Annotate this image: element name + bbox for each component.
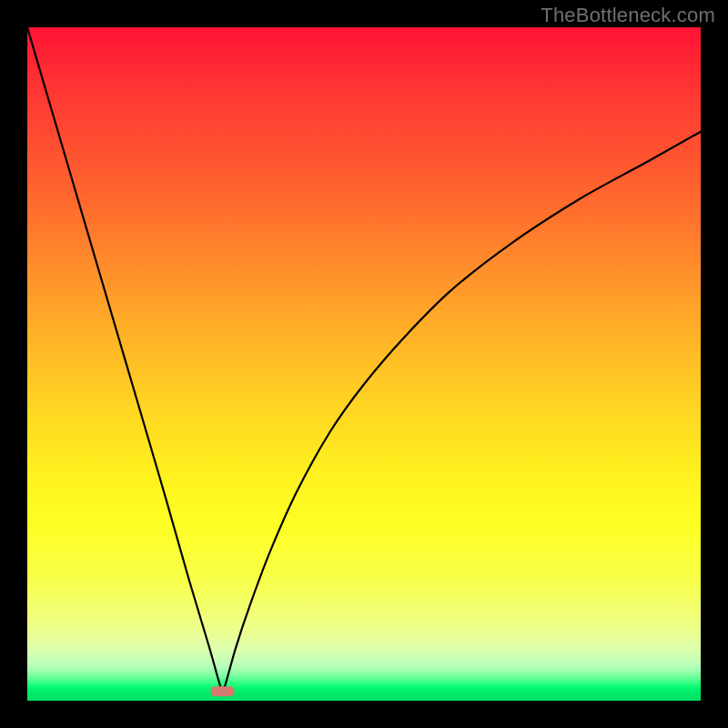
bottleneck-curve — [27, 27, 701, 692]
chart-svg — [27, 27, 701, 701]
svg-rect-0 — [211, 686, 235, 696]
optimal-point-marker — [211, 686, 235, 696]
watermark-text: TheBottleneck.com — [541, 4, 715, 27]
chart-frame: TheBottleneck.com — [0, 0, 728, 728]
plot-area — [27, 27, 701, 701]
